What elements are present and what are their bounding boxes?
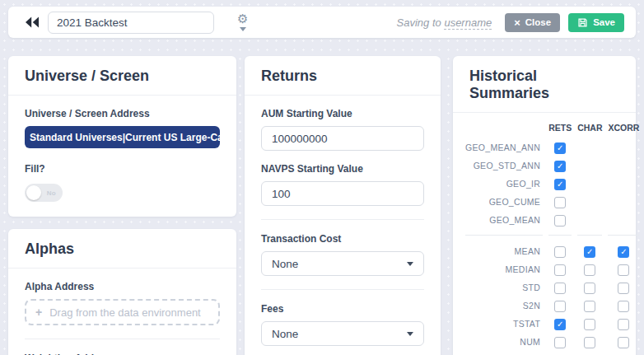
universe-tag: Standard Universes|Current US Large-Cap … (25, 126, 220, 148)
universe-screen-title: Universe / Screen (8, 56, 236, 96)
col-header-char: CHAR (577, 123, 602, 138)
save-button-label: Save (593, 17, 615, 27)
alphas-card: Alphas Alpha Address + Drag from the dat… (8, 229, 236, 355)
close-button-label: Close (525, 17, 551, 27)
mean-char-checkbox[interactable]: ✓ (584, 246, 595, 258)
s2n-rets-checkbox[interactable] (554, 301, 566, 312)
tstat-xcorr-checkbox[interactable] (618, 319, 629, 330)
summary-row-label: GEO_CUME (465, 193, 543, 211)
divider (25, 339, 220, 339)
floppy-save-icon (577, 17, 588, 28)
transaction-cost-value: None (272, 258, 298, 270)
summary-row: GEO_IR✓ (465, 175, 639, 193)
summary-row-label: NUM (465, 333, 543, 355)
fees-label: Fees (261, 303, 424, 315)
main-content: Universe / Screen Universe / Screen Addr… (8, 56, 636, 355)
col-header-xcorr: XCORR (608, 123, 639, 138)
alphas-title: Alphas (8, 229, 236, 269)
chevron-down-icon (240, 27, 246, 31)
summary-row-label: GEO_MEAN (465, 211, 543, 235)
aum-starting-value-label: AUM Starting Value (261, 108, 424, 119)
median-xcorr-checkbox[interactable] (618, 264, 629, 276)
transaction-cost-select[interactable]: None (261, 251, 424, 276)
summary-row-label: GEO_STD_ANN (465, 156, 543, 175)
tstat-rets-checkbox[interactable]: ✓ (554, 319, 566, 330)
saving-status-text: Saving to username (397, 16, 492, 29)
summary-row: NUM (465, 333, 639, 355)
save-button[interactable]: Save (568, 13, 624, 32)
historical-summaries-card: Historical Summaries RETS CHAR XCORR GEO… (453, 56, 636, 355)
dropzone-placeholder-text: Drag from the data environment (49, 306, 201, 319)
saving-target[interactable]: username (444, 16, 492, 30)
summary-row: GEO_STD_ANN✓ (465, 156, 639, 175)
middle-column: Returns AUM Starting Value NAVPS Startin… (245, 56, 441, 355)
summary-row-label: GEO_MEAN_ANN (465, 138, 543, 156)
chevron-down-icon (407, 332, 413, 336)
geo-ir-rets-checkbox[interactable]: ✓ (554, 179, 566, 190)
fees-value: None (272, 328, 298, 340)
top-bar: ⚙ Saving to username × Close Save (8, 7, 636, 38)
toggle-off-text: No (47, 189, 56, 197)
tstat-char-checkbox[interactable] (584, 319, 595, 330)
double-chevron-left-icon (25, 16, 40, 28)
alpha-address-label: Alpha Address (25, 281, 220, 292)
close-button[interactable]: × Close (505, 13, 560, 32)
alpha-address-dropzone[interactable]: + Drag from the data environment (25, 299, 220, 325)
geo-mean-ann-rets-checkbox[interactable]: ✓ (554, 142, 566, 154)
summaries-table: RETS CHAR XCORR GEO_MEAN_ANN✓GEO_STD_ANN… (460, 123, 644, 355)
gear-icon: ⚙ (237, 13, 248, 26)
num-char-checkbox[interactable] (584, 337, 595, 348)
plus-icon: + (35, 306, 42, 319)
divider (261, 219, 424, 220)
summary-row: STD (465, 278, 639, 297)
summary-row-label: GEO_IR (465, 175, 543, 193)
summary-row-label: STD (465, 278, 543, 297)
num-xcorr-checkbox[interactable] (618, 337, 629, 348)
universe-address-label: Universe / Screen Address (25, 108, 220, 119)
universe-screen-card: Universe / Screen Universe / Screen Addr… (8, 56, 236, 217)
left-column: Universe / Screen Universe / Screen Addr… (8, 56, 236, 355)
median-char-checkbox[interactable] (584, 264, 595, 276)
summary-row: GEO_CUME (465, 193, 639, 211)
summary-row-label: TSTAT (465, 315, 543, 333)
back-button[interactable] (25, 16, 40, 28)
median-rets-checkbox[interactable] (554, 264, 566, 276)
std-rets-checkbox[interactable] (554, 283, 566, 294)
divider (261, 289, 424, 290)
s2n-xcorr-checkbox[interactable] (618, 301, 629, 312)
empty-header-cell (465, 123, 543, 138)
close-icon: × (514, 17, 520, 28)
historical-summaries-title: Historical Summaries (453, 56, 636, 113)
saving-prefix: Saving to (397, 16, 441, 29)
geo-mean-rets-checkbox[interactable] (554, 215, 566, 227)
topbar-actions: Saving to username × Close Save (397, 13, 624, 32)
geo-std-ann-rets-checkbox[interactable]: ✓ (554, 161, 566, 172)
fill-toggle[interactable]: No (25, 184, 63, 202)
navps-starting-value-label: NAVPS Starting Value (261, 163, 424, 175)
summary-row-label: MEDIAN (465, 260, 543, 278)
right-column: Historical Summaries RETS CHAR XCORR GEO… (453, 56, 636, 355)
summary-row: MEDIAN (465, 260, 639, 278)
toggle-knob (26, 185, 41, 200)
fees-select[interactable]: None (261, 321, 424, 346)
summary-row: GEO_MEAN (465, 211, 639, 235)
summary-row: S2N (465, 297, 639, 315)
aum-starting-value-input[interactable] (261, 126, 424, 151)
std-xcorr-checkbox[interactable] (618, 283, 629, 294)
num-rets-checkbox[interactable] (554, 337, 566, 348)
returns-card: Returns AUM Starting Value NAVPS Startin… (245, 56, 441, 355)
returns-title: Returns (245, 56, 441, 96)
mean-rets-checkbox[interactable] (554, 246, 566, 258)
backtest-title-input[interactable] (48, 12, 214, 34)
summary-row: MEAN✓✓ (465, 235, 639, 260)
geo-cume-rets-checkbox[interactable] (554, 197, 566, 208)
summary-row: GEO_MEAN_ANN✓ (465, 138, 639, 156)
summary-row: TSTAT✓ (465, 315, 639, 333)
mean-xcorr-checkbox[interactable]: ✓ (618, 246, 629, 258)
navps-starting-value-input[interactable] (261, 181, 424, 206)
s2n-char-checkbox[interactable] (584, 301, 595, 312)
fill-label: Fill? (25, 163, 220, 175)
settings-menu-button[interactable]: ⚙ (237, 13, 248, 31)
universe-tag-text: Standard Universes|Current US Large-Cap (25, 126, 220, 148)
std-char-checkbox[interactable] (584, 283, 595, 294)
